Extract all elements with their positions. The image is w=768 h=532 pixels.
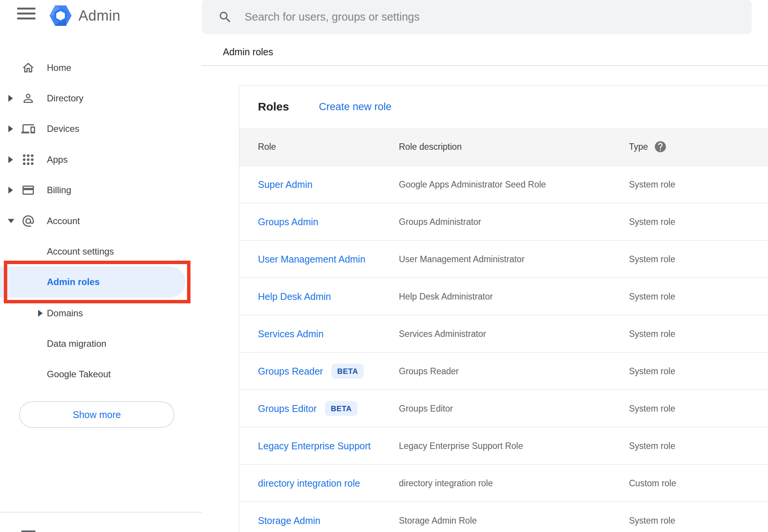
roles-table-body: Super Admin Google Apps Administrator Se… bbox=[239, 165, 768, 532]
table-row: Help Desk Admin Help Desk Administrator … bbox=[239, 277, 768, 315]
chevron-down-icon[interactable] bbox=[8, 218, 14, 224]
sidebar: Admin Home Directory Devices Apps bbox=[0, 0, 202, 532]
table-row: Groups Admin Groups Administrator System… bbox=[239, 203, 768, 240]
sidebar-item-devices[interactable]: Devices bbox=[0, 114, 202, 144]
chevron-right-icon[interactable] bbox=[8, 187, 14, 194]
chevron-right-icon[interactable] bbox=[8, 95, 14, 102]
table-row: Groups Reader BETA Groups Reader System … bbox=[239, 352, 768, 389]
sidebar-item-label: Account bbox=[47, 216, 80, 226]
role-type: System role bbox=[629, 366, 675, 376]
beta-badge: BETA bbox=[325, 401, 357, 416]
column-header-role: Role bbox=[258, 142, 276, 152]
sidebar-item-label: Devices bbox=[47, 123, 79, 134]
show-more-button[interactable]: Show more bbox=[19, 401, 174, 428]
chevron-right-icon[interactable] bbox=[8, 125, 14, 132]
sidebar-item-label: Apps bbox=[47, 154, 68, 165]
role-description: Groups Editor bbox=[399, 403, 453, 413]
chevron-right-icon[interactable] bbox=[37, 310, 43, 317]
admin-logo-icon bbox=[49, 3, 72, 28]
person-icon bbox=[21, 91, 35, 105]
table-row: Groups Editor BETA Groups Editor System … bbox=[239, 389, 768, 427]
role-link[interactable]: Services Admin bbox=[258, 328, 323, 339]
table-row: Legacy Enterprise Support Legacy Enterpr… bbox=[239, 427, 768, 464]
sidebar-item-account[interactable]: Account bbox=[0, 206, 202, 236]
sidebar-item-label: Billing bbox=[47, 185, 71, 195]
sidebar-divider bbox=[0, 512, 202, 513]
role-description: Groups Reader bbox=[399, 366, 459, 376]
sidebar-item-label: Domains bbox=[47, 308, 83, 319]
role-link[interactable]: User Management Admin bbox=[258, 253, 365, 264]
role-link[interactable]: Help Desk Admin bbox=[258, 291, 331, 302]
roles-card: Roles Create new role Role Role descript… bbox=[239, 85, 768, 532]
role-link[interactable]: Groups Admin bbox=[258, 216, 318, 227]
sidebar-item-directory[interactable]: Directory bbox=[0, 83, 202, 114]
role-type: System role bbox=[629, 441, 675, 451]
column-header-description: Role description bbox=[399, 142, 462, 152]
role-description: Services Administrator bbox=[399, 328, 486, 339]
search-icon bbox=[218, 10, 232, 24]
sidebar-item-label: Account settings bbox=[47, 246, 114, 257]
sidebar-item-label: Data migration bbox=[47, 338, 106, 349]
sidebar-item-label: Directory bbox=[47, 93, 83, 104]
header-divider bbox=[202, 65, 768, 66]
role-description: User Management Administrator bbox=[399, 254, 525, 264]
table-row: Super Admin Google Apps Administrator Se… bbox=[239, 165, 768, 203]
create-new-role-link[interactable]: Create new role bbox=[319, 101, 392, 113]
search-bar[interactable] bbox=[202, 0, 752, 34]
table-row: directory integration role directory int… bbox=[239, 464, 768, 502]
role-type: System role bbox=[629, 291, 675, 301]
role-description: Google Apps Administrator Seed Role bbox=[399, 179, 546, 189]
app-brand: Admin bbox=[49, 3, 120, 28]
role-type: Custom role bbox=[629, 478, 676, 488]
sidebar-item-google-takeout[interactable]: Google Takeout bbox=[0, 359, 202, 389]
role-link[interactable]: Groups Editor bbox=[258, 403, 317, 414]
table-row: User Management Admin User Management Ad… bbox=[239, 240, 768, 277]
role-type: System role bbox=[629, 179, 675, 189]
sidebar-item-billing[interactable]: Billing bbox=[0, 175, 202, 205]
role-description: directory integration role bbox=[399, 478, 493, 488]
role-type: System role bbox=[629, 403, 675, 413]
devices-icon bbox=[21, 122, 35, 136]
credit-card-icon bbox=[21, 183, 35, 197]
role-description: Legacy Enterprise Support Role bbox=[399, 441, 523, 451]
role-type: System role bbox=[629, 254, 675, 264]
sidebar-item-data-migration[interactable]: Data migration bbox=[0, 328, 202, 359]
app-title: Admin bbox=[78, 8, 120, 24]
sidebar-item-home[interactable]: Home bbox=[0, 53, 202, 83]
chevron-right-icon[interactable] bbox=[8, 156, 14, 163]
role-link[interactable]: directory integration role bbox=[258, 478, 360, 489]
sidebar-item-domains[interactable]: Domains bbox=[0, 298, 202, 328]
card-title: Roles bbox=[258, 100, 289, 113]
role-description: Storage Admin Role bbox=[399, 515, 477, 526]
table-row: Storage Admin Storage Admin Role System … bbox=[239, 502, 768, 532]
role-description: Help Desk Administrator bbox=[399, 291, 493, 301]
role-type: System role bbox=[629, 216, 675, 227]
at-sign-icon bbox=[21, 214, 35, 228]
help-icon[interactable] bbox=[654, 140, 667, 154]
search-input[interactable] bbox=[245, 11, 752, 23]
role-link[interactable]: Legacy Enterprise Support bbox=[258, 440, 371, 451]
apps-grid-icon bbox=[21, 153, 35, 167]
sidebar-item-label: Google Takeout bbox=[47, 369, 111, 380]
column-header-type: Type bbox=[629, 142, 648, 152]
breadcrumb: Admin roles bbox=[223, 46, 273, 58]
home-icon bbox=[21, 61, 35, 75]
sidebar-item-label: Home bbox=[47, 62, 71, 73]
table-row: Services Admin Services Administrator Sy… bbox=[239, 315, 768, 352]
role-link[interactable]: Storage Admin bbox=[258, 515, 320, 526]
card-header: Roles Create new role bbox=[239, 85, 768, 128]
role-type: System role bbox=[629, 515, 675, 526]
annotation-box bbox=[4, 261, 190, 303]
beta-badge: BETA bbox=[331, 364, 364, 378]
table-header-row: Role Role description Type bbox=[239, 128, 768, 165]
role-link[interactable]: Super Admin bbox=[258, 179, 312, 190]
role-link[interactable]: Groups Reader bbox=[258, 365, 323, 377]
menu-icon[interactable] bbox=[17, 8, 35, 24]
sidebar-item-apps[interactable]: Apps bbox=[0, 144, 202, 175]
partial-bottom-icon bbox=[21, 530, 35, 532]
role-description: Groups Administrator bbox=[399, 216, 481, 227]
role-type: System role bbox=[629, 328, 675, 339]
